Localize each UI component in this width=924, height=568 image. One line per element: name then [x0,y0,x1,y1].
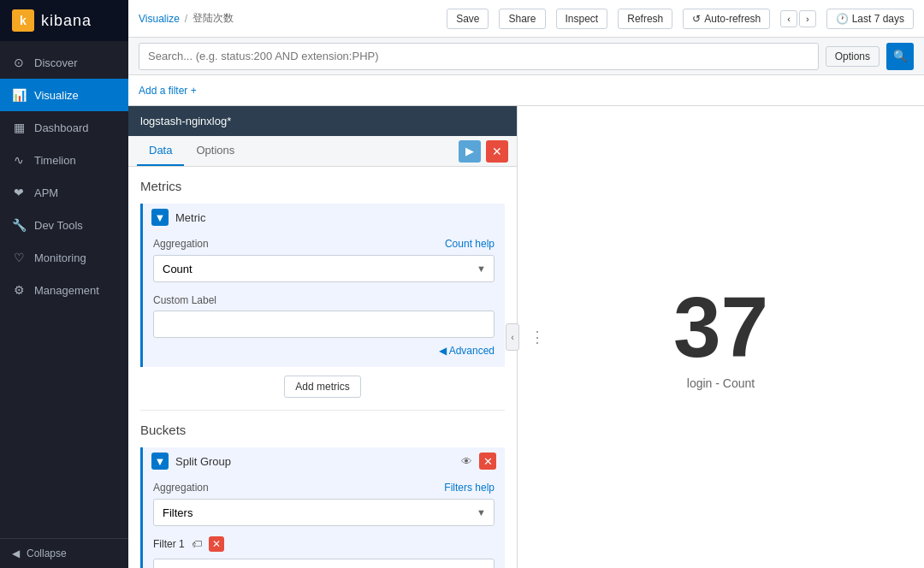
tab-data-label: Data [149,144,172,157]
metric-item: ▼ Metric Aggregation Count help C [140,204,505,367]
breadcrumb-parent[interactable]: Visualize [139,13,180,25]
topbar-actions: Save Share Inspect Refresh ↺ Auto-refres… [447,9,914,29]
metric-display: 37 login - Count [673,284,768,390]
sidebar-label-visualize: Visualize [34,89,79,102]
play-icon: ▶ [465,145,474,157]
advanced-link[interactable]: ◀ Advanced [153,345,495,357]
discover-icon: ⊙ [12,56,26,69]
breadcrumb-current: 登陆次数 [192,11,234,26]
sidebar-item-dashboard[interactable]: ▦ Dashboard [0,111,128,144]
sidebar-item-discover[interactable]: ⊙ Discover [0,46,128,79]
sidebar-item-visualize[interactable]: 📊 Visualize [0,79,128,111]
filter-delete-button[interactable]: ✕ [209,536,224,552]
section-divider [140,410,505,411]
auto-refresh-label: Auto-refresh [704,13,761,25]
aggregation-row: Aggregation Count help [153,238,495,250]
logo-icon: k [12,9,34,32]
add-filter-button[interactable]: Add a filter + [139,85,197,97]
add-metrics-button[interactable]: Add metrics [284,376,360,398]
sidebar-label-apm: APM [34,186,58,199]
breadcrumb: Visualize / 登陆次数 [139,11,234,26]
sidebar-label-devtools: Dev Tools [34,219,83,232]
search-input[interactable] [139,43,819,70]
aggregation-select[interactable]: Count Average Sum Min Max [153,255,495,282]
bucket-item: ▼ Split Group 👁 ✕ Aggregation Filters [140,447,505,568]
save-button[interactable]: Save [447,9,489,29]
buckets-title: Buckets [140,423,505,437]
collapse-chevron-icon: ◀ [12,547,20,559]
logo: k kibana [0,0,128,41]
metric-item-label: Metric [175,211,205,224]
filter-value-input[interactable] [153,559,495,568]
tab-options[interactable]: Options [184,136,246,166]
monitoring-icon: ♡ [12,251,26,264]
collapse-button[interactable]: ◀ Collapse [0,538,128,568]
sidebar-label-timelion: Timelion [34,154,76,167]
metrics-section: Metrics ▼ Metric Aggregation Count help [140,179,505,398]
search-icon: 🔍 [893,50,908,62]
chevron-down-icon: ▼ [155,211,166,224]
tabs: Data Options ▶ ✕ [128,136,517,167]
metric-toggle-button[interactable]: ▼ [151,209,169,226]
custom-label-input[interactable] [153,311,495,338]
tab-options-label: Options [196,144,234,157]
searchbar: Options 🔍 [128,38,924,75]
bucket-header: ▼ Split Group 👁 ✕ [143,447,505,475]
clock-icon: 🕐 [836,13,849,25]
bucket-toggle-button[interactable]: ▼ [151,453,169,470]
search-button[interactable]: 🔍 [886,43,914,70]
index-header: logstash-nginxlog* [128,106,517,136]
bucket-aggregation-row: Aggregation Filters help [153,482,495,494]
sidebar: k kibana ⊙ Discover 📊 Visualize ▦ Dashbo… [0,0,128,568]
refresh-button[interactable]: Refresh [618,9,672,29]
nav-prev-button[interactable]: ‹ [780,10,797,27]
time-range-button[interactable]: 🕐 Last 7 days [826,9,914,29]
dashboard-icon: ▦ [12,121,26,134]
right-panel: ‹ ⋮ 37 login - Count [518,106,924,568]
inspect-button[interactable]: Inspect [556,9,608,29]
metric-sublabel: login - Count [673,376,768,390]
bucket-aggregation-label: Aggregation [153,482,209,494]
bucket-chevron-icon: ▼ [155,455,166,468]
sidebar-item-monitoring[interactable]: ♡ Monitoring [0,241,128,274]
sidebar-item-apm[interactable]: ❤ APM [0,176,128,209]
apm-icon: ❤ [12,186,26,199]
filter-item-1: Filter 1 🏷 ✕ [153,536,495,552]
sidebar-nav: ⊙ Discover 📊 Visualize ▦ Dashboard ∿ Tim… [0,41,128,538]
sidebar-item-timelion[interactable]: ∿ Timelion [0,144,128,176]
delete-icon: ✕ [483,455,493,468]
options-button[interactable]: Options [826,46,880,67]
devtools-icon: 🔧 [12,218,26,232]
sidebar-label-management: Management [34,284,99,297]
panel-menu-button[interactable]: ⋮ [530,328,545,346]
sidebar-label-monitoring: Monitoring [34,251,86,264]
count-help-link[interactable]: Count help [445,238,495,250]
bucket-aggregation-select[interactable]: Filters Terms Range Date Range [153,499,495,526]
left-panel: logstash-nginxlog* Data Options ▶ ✕ [128,106,518,568]
auto-refresh-button[interactable]: ↺ Auto-refresh [683,9,770,29]
bucket-aggregation-select-wrapper: Filters Terms Range Date Range ▼ [153,499,495,526]
share-button[interactable]: Share [499,9,545,29]
main-content: Visualize / 登陆次数 Save Share Inspect Refr… [128,0,924,568]
time-range-label: Last 7 days [852,13,904,25]
nav-next-button[interactable]: › [799,10,816,27]
bucket-delete-button[interactable]: ✕ [479,453,496,470]
panel-body: Metrics ▼ Metric Aggregation Count help [128,167,517,568]
filter-close-icon: ✕ [212,538,221,550]
metric-header: ▼ Metric [143,204,505,231]
tag-icon: 🏷 [192,538,202,550]
sidebar-item-management[interactable]: ⚙ Management [0,274,128,306]
tab-data[interactable]: Data [137,136,184,166]
sidebar-label-discover: Discover [34,56,78,69]
filterbar: Add a filter + [128,75,924,106]
aggregation-label: Aggregation [153,238,209,250]
content-area: logstash-nginxlog* Data Options ▶ ✕ [128,106,924,568]
collapse-viz-button[interactable]: ‹ [506,323,519,351]
close-panel-button[interactable]: ✕ [486,140,508,163]
filters-help-link[interactable]: Filters help [444,482,495,494]
bucket-item-label: Split Group [175,455,454,468]
sidebar-item-devtools[interactable]: 🔧 Dev Tools [0,209,128,241]
close-icon: ✕ [492,145,502,158]
eye-icon[interactable]: 👁 [461,455,472,468]
run-button[interactable]: ▶ [459,140,481,163]
